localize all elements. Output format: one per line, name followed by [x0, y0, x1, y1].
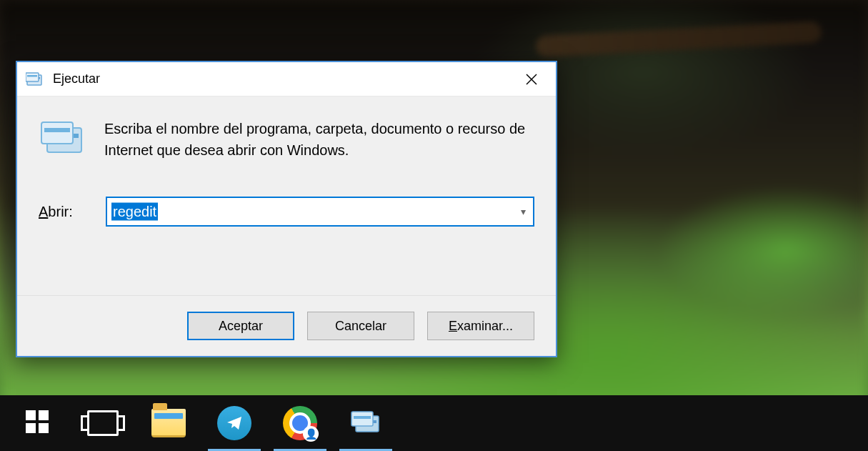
- chrome-taskbar[interactable]: 👤: [267, 395, 333, 451]
- open-label: Abrir:: [39, 204, 89, 220]
- run-dialog-icon: [26, 71, 44, 87]
- cancel-button[interactable]: Cancelar: [307, 312, 414, 340]
- svg-rect-8: [41, 122, 73, 144]
- open-combobox[interactable]: regedit ▾: [106, 197, 534, 227]
- svg-rect-11: [39, 410, 49, 420]
- close-button[interactable]: [515, 68, 547, 91]
- dialog-title: Ejecutar: [53, 71, 515, 86]
- telegram-icon: [217, 406, 251, 440]
- svg-rect-3: [27, 75, 37, 77]
- run-large-icon: [39, 118, 87, 158]
- task-view-icon: [87, 410, 119, 436]
- titlebar[interactable]: Ejecutar: [17, 62, 556, 96]
- accept-button[interactable]: Aceptar: [187, 312, 294, 340]
- svg-rect-12: [26, 423, 36, 433]
- browse-button[interactable]: Examinar...: [427, 312, 534, 340]
- dialog-body: Escriba el nombre del programa, carpeta,…: [17, 96, 556, 295]
- svg-rect-2: [26, 73, 39, 81]
- windows-start-icon: [24, 409, 50, 437]
- telegram-taskbar[interactable]: [201, 395, 267, 451]
- svg-rect-17: [354, 416, 371, 419]
- chrome-icon: 👤: [283, 406, 317, 440]
- dialog-button-row: Aceptar Cancelar Examinar...: [17, 295, 556, 356]
- start-button[interactable]: [4, 395, 70, 451]
- svg-rect-9: [44, 128, 70, 132]
- svg-rect-10: [26, 410, 36, 420]
- chrome-profile-badge: 👤: [303, 426, 319, 442]
- task-view-button[interactable]: [70, 395, 136, 451]
- instruction-text: Escriba el nombre del programa, carpeta,…: [104, 118, 534, 161]
- svg-rect-13: [39, 423, 49, 433]
- taskbar: 👤: [0, 395, 868, 451]
- run-taskbar[interactable]: [333, 395, 399, 451]
- run-dialog: Ejecutar Escriba el nombre del programa,…: [16, 61, 557, 357]
- file-explorer-icon: [151, 409, 186, 437]
- open-input[interactable]: [106, 197, 534, 227]
- file-explorer-taskbar[interactable]: [136, 395, 201, 451]
- close-icon: [526, 74, 537, 85]
- run-taskbar-icon: [349, 409, 383, 437]
